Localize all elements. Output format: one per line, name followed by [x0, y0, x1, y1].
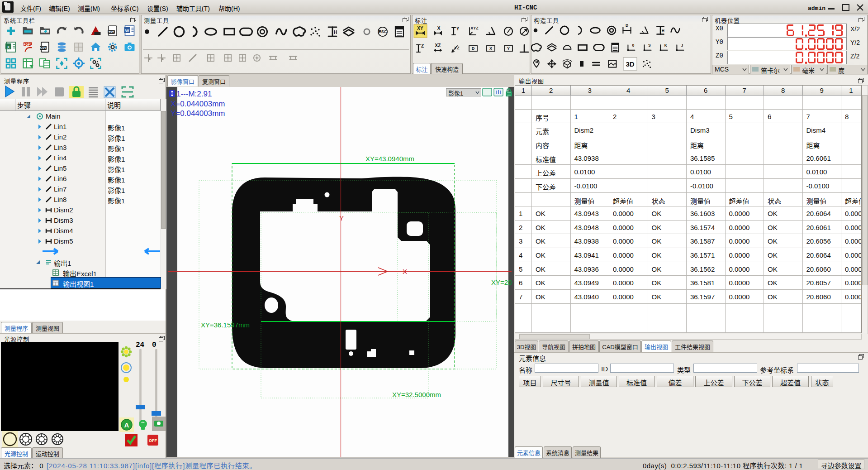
svg-text:XYZ: XYZ [470, 26, 479, 30]
svg-text:0: 0 [632, 43, 634, 48]
svg-text:W: W [125, 29, 129, 33]
svg-text:PDF: PDF [24, 43, 30, 46]
svg-text:XY=20: XY=20 [491, 278, 512, 286]
svg-text:Z: Z [421, 43, 424, 48]
svg-text:Y: Y [339, 214, 344, 222]
svg-text:XY=36.1597mm: XY=36.1597mm [201, 321, 250, 329]
svg-text:0: 0 [152, 341, 157, 349]
svg-text:X: X [437, 26, 441, 31]
svg-text:S: S [648, 43, 651, 48]
svg-text:D: D [472, 46, 475, 51]
svg-text:D: D [626, 23, 628, 28]
svg-text:OFF: OFF [149, 438, 157, 443]
svg-text:24: 24 [136, 341, 145, 349]
svg-text:H: H [662, 29, 664, 33]
svg-text:TXT: TXT [109, 31, 114, 34]
svg-text:XY=32.5000mm: XY=32.5000mm [392, 391, 441, 398]
svg-text:XY: XY [417, 26, 423, 31]
svg-text:Y: Y [507, 46, 510, 51]
svg-text:CSV: CSV [40, 46, 47, 49]
svg-text:ESC: ESC [379, 29, 387, 34]
svg-text:K: K [664, 43, 668, 48]
svg-text:X: X [7, 45, 9, 49]
svg-text:XZ: XZ [435, 43, 441, 48]
svg-text:H: H [334, 30, 337, 35]
svg-text:J: J [681, 43, 683, 48]
svg-text:XY=43.0940mm: XY=43.0940mm [365, 155, 414, 163]
svg-text:A: A [124, 421, 129, 429]
svg-text:Y: Y [456, 26, 460, 31]
svg-text:X: X [489, 46, 492, 51]
svg-text:X: X [403, 268, 407, 275]
svg-text:3D: 3D [626, 60, 634, 68]
